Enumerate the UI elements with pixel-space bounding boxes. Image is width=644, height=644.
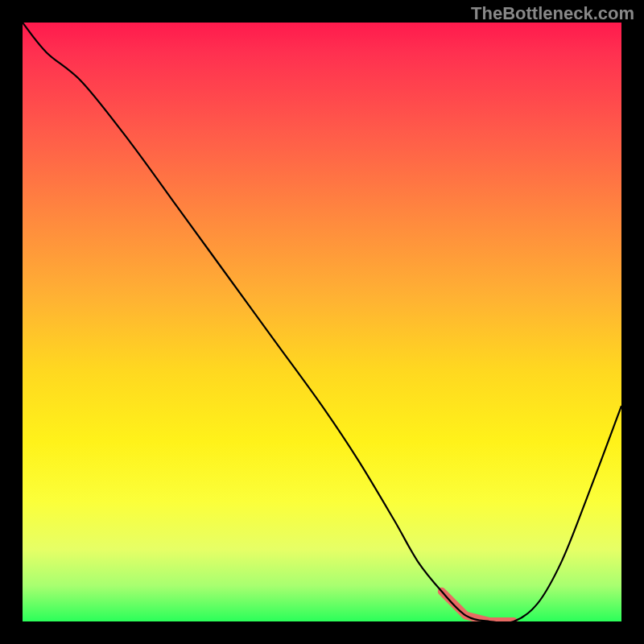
- highlight-segment: [442, 592, 514, 621]
- bottleneck-curve: [23, 23, 621, 621]
- watermark-text: TheBottleneck.com: [471, 3, 634, 24]
- chart-svg: [23, 23, 621, 621]
